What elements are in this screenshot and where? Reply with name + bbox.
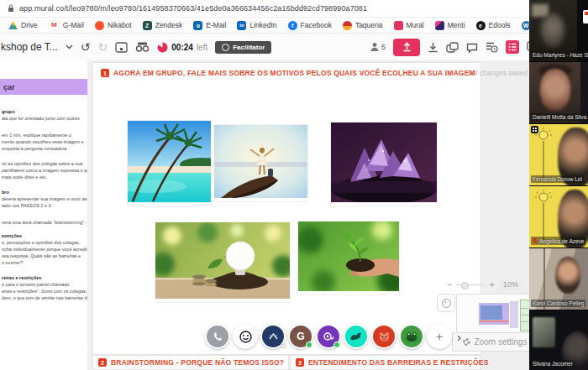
bookmark-drive[interactable]: Drive [8, 21, 38, 30]
undo-button[interactable]: ↺ [81, 40, 91, 54]
bookmark-taqueria[interactable]: Taqueria [343, 21, 383, 30]
bookmark-label: Taqueria [355, 21, 383, 29]
mural-title[interactable]: kshop de T... [1, 41, 58, 53]
add-collaborator-button[interactable]: + [427, 324, 452, 349]
bookmark-zendesk[interactable]: ZZendesk [143, 21, 183, 30]
logo-avatar[interactable]: ★ [260, 324, 286, 349]
bookmark-linkedin[interactable]: inLinkedIn [237, 21, 276, 30]
redo-button[interactable]: ↻ [98, 40, 108, 54]
snail-avatar[interactable] [316, 324, 341, 349]
expand-collaborators-chevron[interactable]: › [457, 331, 461, 343]
outline-row[interactable]: bro [0, 189, 87, 195]
image-tropical-beach[interactable] [128, 121, 211, 206]
video-participant-3[interactable]: Fernanda Dorow Lel [529, 124, 588, 185]
chevron-down-icon[interactable] [66, 44, 73, 50]
outline-row[interactable]: ssa resposta. Quais são as barreiras e [0, 253, 87, 259]
outline-row[interactable]: ala que for orientado junto com outros [0, 115, 87, 122]
area3-titlebar[interactable]: 3 ENTENDIMENTO DAS BARREIRAS E RESTRIÇÕE… [296, 358, 489, 367]
timer[interactable]: 00:24 left [157, 42, 207, 53]
zoom-track[interactable] [456, 284, 485, 285]
zoom-settings-button[interactable]: Zoom settings [452, 332, 538, 352]
participants-count: 5 [381, 43, 386, 51]
phone-avatar[interactable] [205, 324, 230, 349]
facilitator-icon [222, 44, 229, 51]
browser-url-bar[interactable]: app.mural.co/t/leo9780/m/leo9780/1614958… [0, 0, 588, 18]
lightbulb-sketch [533, 128, 554, 180]
outline-row[interactable]: s, percepções e opiniões dos colegas, [0, 239, 87, 246]
hippo-avatar[interactable] [371, 324, 396, 349]
outline-button[interactable] [506, 40, 519, 54]
zoom-knob[interactable] [461, 282, 469, 289]
duplicate-button[interactable] [446, 42, 459, 53]
outline-row[interactable]: é para o terceiro painel chamado [0, 281, 87, 288]
outline-row[interactable]: o ocorrer? [0, 259, 87, 266]
bookmark-gmail[interactable]: MG-Mail [49, 20, 84, 31]
video-participant-5[interactable]: Karol Cardoso Pelleg [529, 248, 588, 310]
zoom-out-button[interactable]: − [447, 280, 452, 289]
area2-titlebar[interactable]: 2 BRAINSTORMING - PORQUE NÃO TEMOS ISSO? [98, 358, 284, 367]
share-button[interactable] [393, 39, 420, 56]
mural-icon [394, 21, 403, 30]
smiley-avatar[interactable] [233, 324, 258, 349]
outline-row[interactable]: reiras e restrições [0, 274, 87, 281]
bookmark-label: Drive [21, 21, 38, 29]
url-text[interactable]: app.mural.co/t/leo9780/m/leo9780/1614958… [19, 4, 367, 13]
outline-row[interactable]: grupo [0, 108, 87, 115]
area1-title[interactable]: AGORA EM GRUPO, FALE MAIS SOBRE OS MOTIV… [113, 69, 475, 77]
outline-row[interactable]: tado nos PASSOS 2 e 3. [0, 202, 87, 209]
zoom-slider[interactable]: − + 10% [447, 279, 522, 290]
outline-row[interactable]: verá uma área chamada “brainstorming” - [0, 219, 87, 226]
export-button[interactable] [428, 42, 438, 53]
incognito-icon[interactable] [135, 42, 150, 52]
video-participant-2[interactable]: Danielli Motta da Silva [529, 62, 588, 123]
outline-row[interactable]: mente quando escolheu essa imagem e [0, 138, 87, 145]
letter-avatar-g[interactable]: G [288, 324, 313, 349]
video-participant-6[interactable]: Silvana Jacomel [529, 310, 588, 370]
zoom-level-badge[interactable]: 10% [499, 279, 522, 290]
outline-row[interactable]: deverá apresentar sua imagem e ouvir as [0, 195, 87, 202]
video-participant-4[interactable]: Angelica de Azeve [529, 186, 588, 248]
activity-button[interactable] [486, 41, 498, 53]
area1-titlebar[interactable]: 1 AGORA EM GRUPO, FALE MAIS SOBRE OS MOT… [101, 69, 475, 77]
comment-button[interactable] [466, 42, 478, 53]
area2-title[interactable]: BRAINSTORMING - PORQUE NÃO TEMOS ISSO? [111, 358, 284, 367]
area-frame-3[interactable]: 3 ENTENDIMENTO DAS BARREIRAS E RESTRIÇÕE… [290, 355, 481, 370]
frame-tool-button[interactable] [115, 42, 128, 53]
bird-icon [349, 331, 363, 341]
bookmark-mural[interactable]: Mural [394, 21, 424, 30]
bookmark-menti[interactable]: Menti [435, 21, 465, 30]
bookmark-email[interactable]: oE-Mail [193, 21, 226, 30]
outline-row[interactable]: eiras e restrições”. Junto com os colega… [0, 288, 87, 294]
image-person-cliff[interactable] [214, 125, 307, 201]
bookmark-facebook[interactable]: fFacebook [288, 21, 332, 30]
minimap[interactable] [456, 294, 537, 334]
video-participant-1[interactable]: Edu Martyres - Haze Shi [529, 0, 588, 61]
outline-row[interactable]: partilharem como a imagem expressa o que [0, 167, 87, 174]
outline-row[interactable]: dem, o que tem de similar nas barreiras … [0, 294, 87, 301]
follow-facilitator-button[interactable] [437, 294, 455, 312]
frog-avatar[interactable] [399, 324, 424, 349]
zoom-in-button[interactable]: + [489, 280, 494, 289]
bookmark-nikabot[interactable]: Nikabot [95, 21, 132, 30]
mural-canvas[interactable]: All changes saved 1 AGORA EM GRUPO, FALE… [87, 60, 529, 370]
outline-row[interactable]: em 1 min, explique rapidamente o [0, 132, 87, 138]
area-frame-2[interactable]: 2 BRAINSTORMING - PORQUE NÃO TEMOS ISSO? [92, 355, 289, 370]
image-seedling[interactable] [298, 221, 399, 294]
area3-title[interactable]: ENTENDIMENTO DAS BARREIRAS E RESTRIÇÕES [308, 358, 489, 367]
view-control[interactable] [583, 10, 588, 23]
area-frame-1[interactable] [92, 62, 481, 355]
participants-button[interactable]: 5 [370, 42, 386, 52]
outline-row[interactable]: vir as opiniões dos colegas sobre a sua [0, 160, 87, 167]
outline-row[interactable]: estrições [0, 232, 87, 239]
outline-row[interactable]: resposta à pergunta norteadora. [0, 145, 87, 152]
target-icon [442, 299, 451, 308]
outline-row[interactable]: ncha individualmente porque você acredit… [0, 246, 87, 253]
outline-section-header[interactable]: çar [0, 79, 87, 95]
bookmark-edools[interactable]: eEdools [476, 21, 511, 30]
bird-avatar[interactable] [344, 324, 369, 349]
image-lightbulb[interactable] [155, 222, 290, 302]
area3-badge: 3 [296, 358, 304, 367]
facilitator-badge[interactable]: Facilitator [215, 41, 271, 54]
outline-row[interactable]: mais pode dizer e etc. [0, 174, 87, 180]
image-amethyst[interactable] [331, 122, 437, 206]
